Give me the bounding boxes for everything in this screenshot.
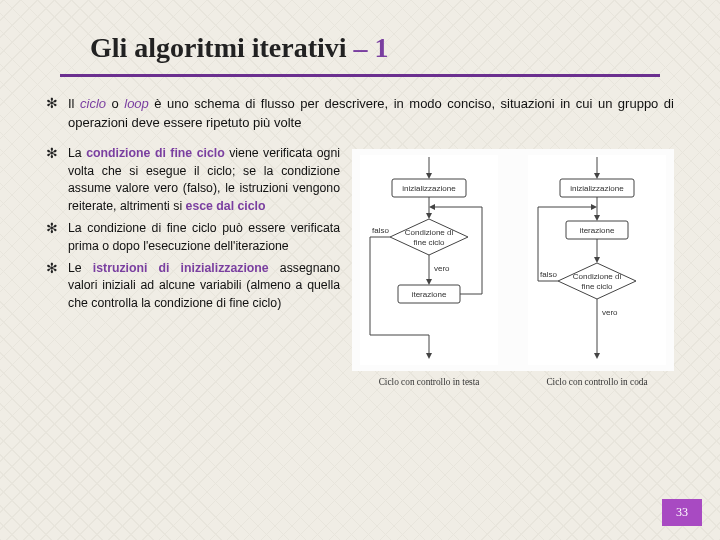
svg-marker-34 [558,263,636,299]
t: Le [68,261,93,275]
svg-text:fine ciclo: fine ciclo [413,238,445,247]
right-column: inizializzazione Condizione di fine cicl… [352,145,674,387]
t: Il [68,96,80,111]
strong: esce dal ciclo [186,199,266,213]
strong: istruzioni di inizializzazione [93,261,269,275]
bullet-text: La condizione di fine ciclo può essere v… [68,220,340,256]
bullet-icon: ✻ [46,145,68,163]
svg-text:inizializzazione: inizializzazione [402,184,456,193]
svg-text:falso: falso [540,270,557,279]
svg-text:iterazione: iterazione [412,290,447,299]
strong: condizione di fine ciclo [86,146,225,160]
t: è uno schema di flusso per descrivere, i… [68,96,674,130]
caption-right: Ciclo con controllo in coda [528,377,666,387]
bullet-text: La condizione di fine ciclo viene verifi… [68,145,340,216]
t: o [106,96,124,111]
bullet-3: ✻ La condizione di fine ciclo può essere… [46,220,340,256]
bullet-text: Il ciclo o loop è uno schema di flusso p… [68,95,674,133]
svg-marker-5 [426,213,432,219]
page-number: 33 [662,499,702,526]
svg-marker-17 [429,204,435,210]
content-area: ✻ Il ciclo o loop è uno schema di flusso… [32,95,688,387]
svg-marker-1 [426,173,432,179]
page-title: Gli algoritmi iterativi – 1 [90,32,688,64]
svg-marker-33 [594,257,600,263]
bullet-icon: ✻ [46,260,68,278]
title-underline [60,74,660,77]
title-suffix: – 1 [354,32,389,63]
svg-text:vero: vero [434,264,450,273]
diagram-captions: Ciclo con controllo in testa Ciclo con c… [360,377,666,387]
svg-marker-43 [594,353,600,359]
bullet-2: ✻ La condizione di fine ciclo viene veri… [46,145,340,216]
left-column: ✻ La condizione di fine ciclo viene veri… [46,145,340,387]
svg-marker-10 [426,279,432,285]
bullet-1: ✻ Il ciclo o loop è uno schema di flusso… [46,95,674,133]
svg-text:fine ciclo: fine ciclo [581,282,613,291]
flowchart-coda: inizializzazione iterazione Condizione d… [528,155,666,365]
flowchart-testa: inizializzazione Condizione di fine cicl… [360,155,498,365]
title-text: Gli algoritmi iterativi [90,32,354,63]
t: La condizione di fine ciclo può essere v… [68,221,340,253]
slide: Gli algoritmi iterativi – 1 ✻ Il ciclo o… [0,0,720,397]
svg-text:vero: vero [602,308,618,317]
bullet-icon: ✻ [46,95,68,113]
svg-text:iterazione: iterazione [580,226,615,235]
svg-marker-6 [390,219,468,255]
svg-text:falso: falso [372,226,389,235]
bullet-icon: ✻ [46,220,68,238]
em-ciclo: ciclo [80,96,106,111]
svg-marker-40 [591,204,597,210]
svg-marker-25 [594,173,600,179]
diagram-container: inizializzazione Condizione di fine cicl… [352,149,674,371]
em-loop: loop [124,96,154,111]
two-column: ✻ La condizione di fine ciclo viene veri… [46,145,674,387]
svg-marker-29 [594,215,600,221]
svg-text:Condizione di: Condizione di [405,228,454,237]
svg-marker-22 [426,353,432,359]
t: La [68,146,86,160]
bullet-text: Le istruzioni di inizializzazione assegn… [68,260,340,313]
bullet-4: ✻ Le istruzioni di inizializzazione asse… [46,260,340,313]
svg-text:inizializzazione: inizializzazione [570,184,624,193]
svg-text:Condizione di: Condizione di [573,272,622,281]
caption-left: Ciclo con controllo in testa [360,377,498,387]
